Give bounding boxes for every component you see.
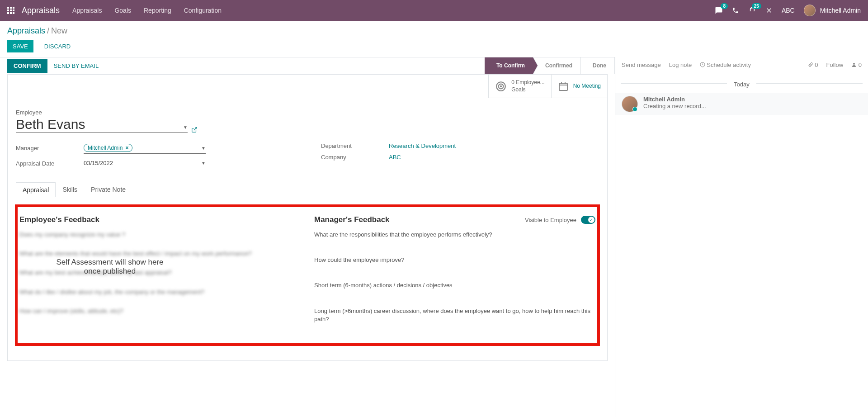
breadcrumb: Appraisals/New <box>7 26 861 36</box>
feedback-highlight: Employee's Feedback Self Assessment will… <box>15 204 600 346</box>
tab-skills[interactable]: Skills <box>56 182 84 197</box>
log-note-button[interactable]: Log note <box>669 62 692 68</box>
employee-dropdown-icon[interactable]: ▼ <box>183 125 188 130</box>
menu-appraisals[interactable]: Appraisals <box>72 7 102 14</box>
menu-goals[interactable]: Goals <box>114 7 131 14</box>
emp-question: Does my company recognize my value ? <box>19 231 301 239</box>
visible-to-employee-toggle[interactable] <box>581 216 595 224</box>
mgr-question[interactable]: How could the employee improve? <box>314 256 595 264</box>
date-dropdown-icon[interactable]: ▼ <box>201 161 206 166</box>
breadcrumb-current: New <box>51 26 67 35</box>
manager-dropdown-icon[interactable]: ▼ <box>201 146 206 151</box>
menu-configuration[interactable]: Configuration <box>184 7 222 14</box>
follow-button[interactable]: Follow <box>826 62 844 68</box>
paperclip-icon <box>808 62 813 67</box>
activities-badge: 25 <box>752 3 761 9</box>
user-menu[interactable]: Mitchell Admin <box>804 5 861 16</box>
manager-feedback-title: Manager's Feedback <box>314 215 390 224</box>
tab-private-note[interactable]: Private Note <box>84 182 132 197</box>
appraisal-date-field[interactable]: 03/15/2022▼ <box>84 158 206 168</box>
external-link-icon[interactable] <box>191 127 198 133</box>
emp-question: What are my best achievement(s) since my… <box>19 269 301 277</box>
employee-field[interactable]: Beth Evans <box>16 117 179 132</box>
debug-icon[interactable] <box>765 7 773 14</box>
user-avatar-icon <box>804 5 816 16</box>
visible-to-employee-label: Visible to Employee <box>525 217 576 223</box>
svg-point-5 <box>853 63 855 65</box>
notebook-tabs: Appraisal Skills Private Note <box>16 182 599 197</box>
clock-icon <box>700 62 705 67</box>
meeting-stat-button[interactable]: No Meeting <box>551 75 607 98</box>
status-done[interactable]: Done <box>581 57 615 74</box>
emp-question: What do I like / dislike about my job, t… <box>19 288 301 296</box>
department-field[interactable]: Research & Development <box>389 142 599 149</box>
manager-tag[interactable]: Mitchell Admin× <box>84 144 132 152</box>
chatter-message: Mitchell Admin Creating a new record... <box>615 93 868 115</box>
company-label: Company <box>321 154 389 161</box>
followers-button[interactable]: 0 <box>851 62 862 68</box>
company-field[interactable]: ABC <box>389 154 599 161</box>
employee-feedback-title: Employee's Feedback <box>19 215 99 224</box>
status-confirmed[interactable]: Confirmed <box>533 57 581 74</box>
remove-tag-icon[interactable]: × <box>125 145 128 151</box>
status-bar: Confirm Send By Email To Confirm Confirm… <box>0 57 615 74</box>
mgr-question[interactable]: Short term (6-months) actions / decision… <box>314 281 595 289</box>
messages-icon[interactable]: 8 <box>715 6 723 14</box>
save-button[interactable]: Save <box>7 40 33 52</box>
tab-appraisal[interactable]: Appraisal <box>16 182 56 197</box>
calendar-icon <box>558 81 569 92</box>
goals-stat-line2: Goals <box>511 86 544 94</box>
control-panel: Appraisals/New Save Discard <box>0 21 868 57</box>
status-to-confirm[interactable]: To Confirm <box>485 57 533 74</box>
app-brand[interactable]: Appraisals <box>22 6 60 15</box>
confirm-button[interactable]: Confirm <box>7 59 47 73</box>
messages-badge: 8 <box>721 3 728 9</box>
message-text: Creating a new record... <box>643 103 706 109</box>
emp-question: How can I improve (skills, attitude, etc… <box>19 307 301 315</box>
chatter-date-separator: Today <box>615 73 868 93</box>
form-sheet: 0 Employee... Goals No Meeting Employee … <box>7 74 608 361</box>
manager-label: Manager <box>16 145 84 152</box>
mgr-question[interactable]: Long term (>6months) career discussion, … <box>314 307 595 323</box>
discard-button[interactable]: Discard <box>39 40 76 52</box>
schedule-activity-button[interactable]: Schedule activity <box>700 62 751 68</box>
menu-reporting[interactable]: Reporting <box>144 7 171 14</box>
main-menu: Appraisals Goals Reporting Configuration <box>72 7 222 14</box>
svg-point-2 <box>500 86 501 87</box>
message-avatar-icon <box>622 96 638 112</box>
message-author: Mitchell Admin <box>643 96 706 103</box>
send-message-button[interactable]: Send message <box>622 62 661 68</box>
appraisal-date-label: Appraisal Date <box>16 160 84 167</box>
phone-icon[interactable] <box>732 7 739 14</box>
mgr-question[interactable]: What are the responsibilities that the e… <box>314 231 595 239</box>
send-by-email-button[interactable]: Send By Email <box>47 59 105 73</box>
meeting-stat-text: No Meeting <box>573 83 601 90</box>
user-name: Mitchell Admin <box>820 7 861 14</box>
goals-stat-button[interactable]: 0 Employee... Goals <box>488 75 551 98</box>
emp-question: What are the elements that would have th… <box>19 250 301 258</box>
svg-rect-3 <box>559 83 567 90</box>
chatter: Send message Log note Schedule activity … <box>615 57 868 417</box>
apps-icon[interactable] <box>7 7 14 14</box>
company-switcher[interactable]: ABC <box>782 7 795 14</box>
manager-field[interactable]: Mitchell Admin×▼ <box>84 142 206 154</box>
activities-icon[interactable]: 25 <box>748 6 756 14</box>
department-label: Department <box>321 142 389 149</box>
attachments-button[interactable]: 0 <box>808 62 818 68</box>
goals-stat-line1: 0 Employee... <box>511 79 544 86</box>
top-navbar: Appraisals Appraisals Goals Reporting Co… <box>0 0 868 21</box>
person-icon <box>851 62 857 67</box>
breadcrumb-root[interactable]: Appraisals <box>7 26 45 35</box>
target-icon <box>495 81 507 92</box>
